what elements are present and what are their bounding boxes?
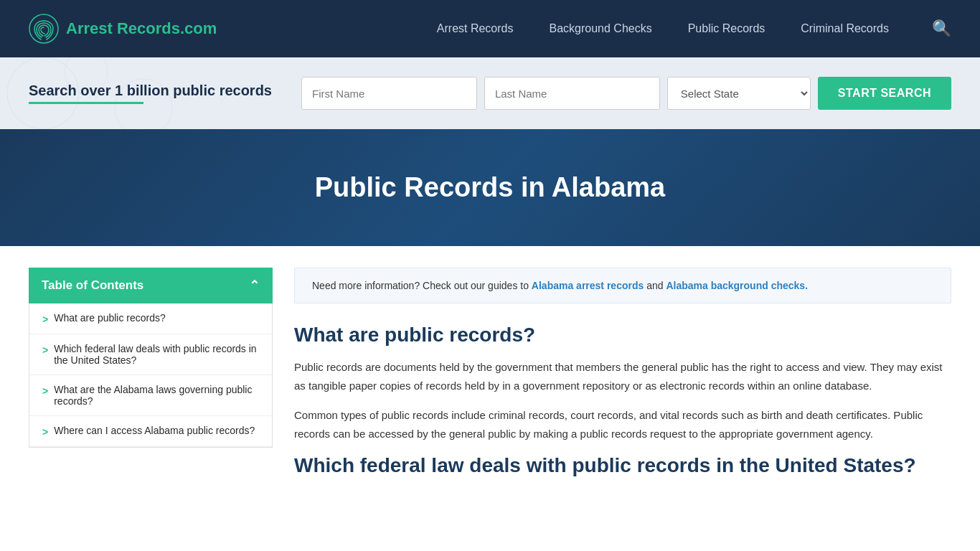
toc-arrow-icon-4: >: [42, 426, 48, 438]
toc-item-label-1: What are public records?: [54, 312, 166, 324]
section1-heading: What are public records?: [294, 324, 951, 347]
section1-para1: Public records are documents held by the…: [294, 358, 951, 395]
toc-list: > What are public records? > Which feder…: [29, 303, 273, 448]
toc-item-label-3: What are the Alabama laws governing publ…: [54, 384, 259, 407]
toc-item-3[interactable]: > What are the Alabama laws governing pu…: [29, 375, 272, 416]
article: Need more information? Check out our gui…: [294, 268, 951, 489]
sidebar: Table of Contents ⌃ > What are public re…: [29, 268, 273, 489]
toc-item-1[interactable]: > What are public records?: [29, 303, 272, 334]
start-search-button[interactable]: START SEARCH: [818, 77, 951, 110]
nav-arrest-records[interactable]: Arrest Records: [437, 22, 514, 35]
search-form: Select State Alabama Alaska Arizona Arka…: [301, 77, 951, 110]
logo-text: Arrest Records.com: [66, 19, 217, 38]
toc-item-4[interactable]: > Where can I access Alabama public reco…: [29, 416, 272, 447]
toc-item-label-2: Which federal law deals with public reco…: [54, 343, 259, 366]
section2-heading: Which federal law deals with public reco…: [294, 454, 951, 477]
toc-arrow-icon-3: >: [42, 385, 48, 397]
section1-para2: Common types of public records include c…: [294, 406, 951, 443]
main-content: Table of Contents ⌃ > What are public re…: [0, 246, 980, 510]
search-headline: Search over 1 billion public records: [29, 83, 287, 104]
nav-public-records[interactable]: Public Records: [688, 22, 765, 35]
state-select[interactable]: Select State Alabama Alaska Arizona Arka…: [667, 77, 811, 110]
first-name-input[interactable]: [301, 77, 477, 110]
search-icon[interactable]: 🔍: [932, 19, 951, 38]
toc-title: Table of Contents: [42, 278, 143, 293]
alabama-arrest-records-link[interactable]: Alabama arrest records: [532, 280, 644, 291]
top-navigation: Arrest Records.com Arrest Records Backgr…: [0, 0, 980, 57]
toc-header[interactable]: Table of Contents ⌃: [29, 268, 273, 303]
toc-item-2[interactable]: > Which federal law deals with public re…: [29, 334, 272, 375]
toc-chevron-icon: ⌃: [249, 278, 260, 293]
nav-criminal-records[interactable]: Criminal Records: [801, 22, 889, 35]
info-banner-text-middle: and: [644, 280, 666, 291]
toc-arrow-icon: >: [42, 314, 48, 325]
hero-band: Public Records in Alabama: [0, 129, 980, 246]
nav-links: Arrest Records Background Checks Public …: [437, 19, 951, 38]
svg-point-0: [29, 14, 58, 43]
fingerprint-icon: [29, 14, 59, 44]
search-section: Search over 1 billion public records Sel…: [0, 57, 980, 129]
nav-background-checks[interactable]: Background Checks: [550, 22, 652, 35]
last-name-input[interactable]: [484, 77, 660, 110]
site-logo[interactable]: Arrest Records.com: [29, 14, 437, 44]
info-banner: Need more information? Check out our gui…: [294, 268, 951, 303]
page-title: Public Records in Alabama: [29, 172, 951, 203]
info-banner-text-before: Need more information? Check out our gui…: [312, 280, 532, 291]
alabama-background-checks-link[interactable]: Alabama background checks.: [666, 280, 808, 291]
toc-item-label-4: Where can I access Alabama public record…: [54, 425, 255, 436]
toc-arrow-icon-2: >: [42, 344, 48, 356]
